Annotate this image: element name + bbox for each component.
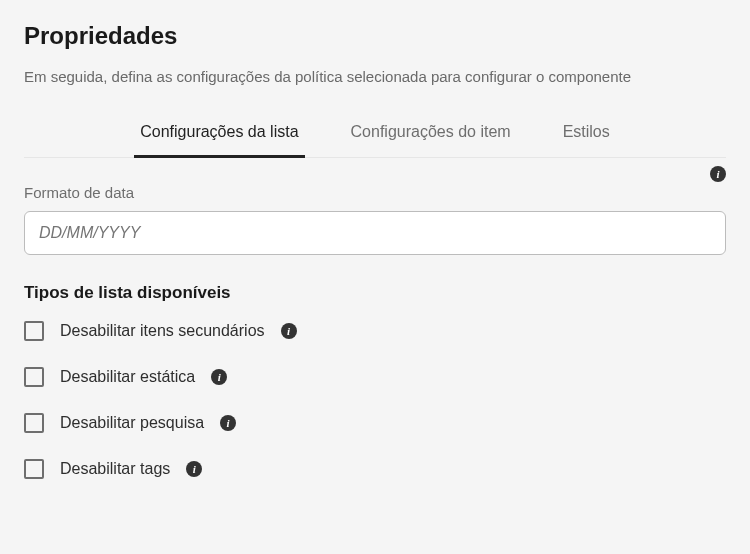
tab-item-settings[interactable]: Configurações do item — [345, 113, 517, 158]
checkbox-disable-search[interactable] — [24, 413, 44, 433]
date-format-field: i Formato de data — [24, 184, 726, 255]
page-title: Propriedades — [24, 22, 726, 50]
list-types-title: Tipos de lista disponíveis — [24, 283, 726, 303]
checkbox-disable-static[interactable] — [24, 367, 44, 387]
checkbox-row-disable-tags: Desabilitar tags i — [24, 459, 726, 479]
checkbox-row-disable-children: Desabilitar itens secundários i — [24, 321, 726, 341]
info-icon[interactable]: i — [710, 166, 726, 182]
tabs-bar: Configurações da lista Configurações do … — [24, 113, 726, 158]
checkbox-disable-children[interactable] — [24, 321, 44, 341]
checkbox-label: Desabilitar estática — [60, 368, 195, 386]
date-format-label: Formato de data — [24, 184, 726, 201]
info-icon[interactable]: i — [281, 323, 297, 339]
checkbox-label: Desabilitar itens secundários — [60, 322, 265, 340]
checkbox-row-disable-search: Desabilitar pesquisa i — [24, 413, 726, 433]
date-format-input[interactable] — [24, 211, 726, 255]
info-icon[interactable]: i — [186, 461, 202, 477]
checkbox-disable-tags[interactable] — [24, 459, 44, 479]
checkbox-label: Desabilitar pesquisa — [60, 414, 204, 432]
tab-styles[interactable]: Estilos — [557, 113, 616, 158]
properties-panel: Propriedades Em seguida, defina as confi… — [0, 0, 750, 479]
info-icon[interactable]: i — [220, 415, 236, 431]
info-icon[interactable]: i — [211, 369, 227, 385]
page-subtitle: Em seguida, defina as configurações da p… — [24, 68, 726, 85]
checkbox-label: Desabilitar tags — [60, 460, 170, 478]
checkbox-row-disable-static: Desabilitar estática i — [24, 367, 726, 387]
tab-list-settings[interactable]: Configurações da lista — [134, 113, 304, 158]
